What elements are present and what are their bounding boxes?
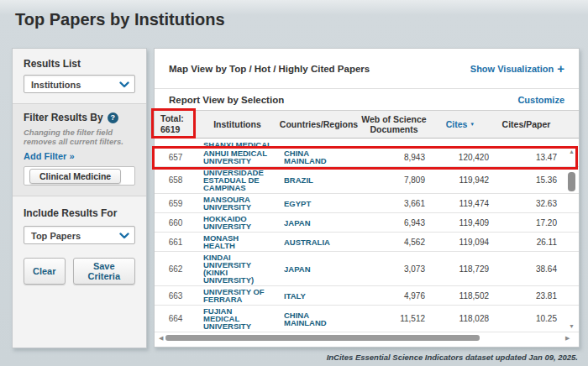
institution-link[interactable]: MONASH HEALTH [197, 234, 278, 249]
rank-cell: 661 [155, 238, 197, 247]
filter-field: Clinical Medicine [24, 166, 135, 186]
scroll-down-icon[interactable]: ▼ [569, 323, 575, 329]
include-results-select[interactable]: Top Papers [24, 226, 135, 244]
table-row: 660 HOKKAIDO UNIVERSITY JAPAN 6,943 119,… [155, 213, 579, 233]
institution-link[interactable]: MANSOURA UNIVERSITY [197, 196, 278, 211]
show-visualization-label: Show Visualization [470, 64, 554, 74]
horizontal-scrollbar-thumb[interactable] [165, 335, 480, 341]
institution-link[interactable]: HOKKAIDO UNIVERSITY [197, 215, 278, 230]
table-row: 664 FUJIAN MEDICAL UNIVERSITY CHINA MAIN… [155, 306, 579, 332]
include-results-value: Top Papers [31, 231, 81, 241]
country-cell: EGYPT [278, 200, 360, 207]
country-cell: JAPAN [278, 265, 360, 273]
table-header-row: Total: 6619 Institutions Countries/Regio… [155, 110, 579, 139]
documents-cell: 11,512 [360, 314, 428, 323]
rank-cell: 657 [155, 153, 197, 162]
institution-link[interactable]: KINDAI UNIVERSITY (KINKI UNIVERSITY) [197, 254, 278, 284]
country-cell: BRAZIL [278, 176, 360, 184]
cites-per-paper-cell: 13.47 [492, 153, 560, 162]
table-row: 662 KINDAI UNIVERSITY (KINKI UNIVERSITY)… [155, 252, 579, 286]
rank-cell: 658 [155, 175, 197, 185]
documents-cell: 6,943 [360, 218, 428, 227]
map-view-heading: Map View by Top / Hot / Highly Cited Pap… [169, 64, 370, 74]
cites-per-paper-cell: 10.25 [492, 314, 560, 323]
documents-cell: 3,073 [360, 264, 428, 274]
main-panel: Map View by Top / Hot / Highly Cited Pap… [154, 48, 580, 348]
vertical-scrollbar-thumb[interactable] [568, 172, 575, 191]
results-list-label: Results List [24, 58, 135, 70]
country-cell: AUSTRALIA [278, 238, 360, 246]
filter-section: Filter Results By ? Changing the filter … [13, 103, 146, 196]
cites-cell: 119,409 [428, 218, 492, 227]
help-icon[interactable]: ? [108, 112, 118, 123]
cites-cell: 119,474 [428, 199, 492, 208]
cites-cell: 118,502 [428, 291, 492, 301]
cites-per-paper-cell: 26.11 [492, 238, 560, 247]
results-list-select[interactable]: Institutions [24, 75, 135, 93]
cites-per-paper-cell: 15.36 [492, 175, 560, 185]
add-filter-link[interactable]: Add Filter » [24, 151, 75, 161]
rank-cell: 660 [155, 218, 197, 227]
sidebar: Results List Institutions Filter Results… [12, 48, 147, 348]
documents-cell: 4,562 [360, 238, 428, 247]
cites-cell: 120,420 [428, 153, 492, 162]
documents-cell: 3,661 [360, 199, 428, 208]
filter-note: Changing the filter field removes all cu… [24, 128, 135, 146]
horizontal-scrollbar: ◀ ▶ [155, 333, 579, 343]
cites-cell: 119,094 [428, 238, 492, 247]
column-header-countries[interactable]: Countries/Regions [278, 119, 360, 129]
sort-descending-icon: ▼ [470, 122, 475, 127]
plus-icon: + [557, 64, 564, 73]
institution-link[interactable]: SHANXI MEDICAL UNIVERSITY [197, 141, 278, 148]
country-cell: CHINA MAINLAND [278, 311, 360, 327]
column-header-cites[interactable]: Cites ▼ [428, 119, 492, 129]
rank-cell: 662 [155, 264, 197, 274]
table-body: SHANXI MEDICAL UNIVERSITY 657 ANHUI MEDI… [155, 139, 579, 332]
rank-cell: 663 [155, 291, 197, 301]
institution-link[interactable]: UNIVERSIDADE ESTADUAL DE CAMPINAS [197, 169, 278, 191]
institution-link[interactable]: ANHUI MEDICAL UNIVERSITY [197, 149, 278, 165]
documents-cell: 7,809 [360, 175, 428, 185]
show-visualization-link[interactable]: Show Visualization + [470, 64, 564, 74]
cites-per-paper-cell: 32.63 [492, 199, 560, 208]
cites-cell: 118,729 [428, 264, 492, 274]
country-cell: CHINA MAINLAND [278, 149, 360, 165]
country-cell: ITALY [278, 292, 360, 300]
scroll-left-icon[interactable]: ◀ [159, 335, 163, 342]
cites-label: Cites [446, 119, 468, 129]
rank-cell: 659 [155, 199, 197, 208]
scroll-right-icon[interactable]: ▶ [565, 335, 570, 342]
rank-cell: 664 [155, 314, 197, 323]
table-row: 661 MONASH HEALTH AUSTRALIA 4,562 119,09… [155, 233, 579, 252]
table-row: 663 UNIVERSITY OF FERRARA ITALY 4,976 11… [155, 286, 579, 306]
table-row: 657 ANHUI MEDICAL UNIVERSITY CHINA MAINL… [155, 148, 579, 167]
table-row: 659 MANSOURA UNIVERSITY EGYPT 3,661 119,… [155, 194, 579, 213]
scroll-up-icon[interactable]: ▲ [569, 149, 575, 154]
cites-per-paper-cell: 23.81 [492, 291, 560, 301]
page-title: Top Papers by Institutions [15, 10, 225, 29]
documents-cell: 8,943 [360, 153, 428, 162]
column-header-cites-per-paper[interactable]: Cites/Paper [492, 119, 560, 129]
results-list-value: Institutions [31, 80, 81, 90]
report-view-heading: Report View by Selection [169, 95, 284, 105]
table-row-partial: SHANXI MEDICAL UNIVERSITY [155, 139, 579, 148]
dataset-update-note: InCites Essential Science Indicators dat… [327, 353, 578, 362]
country-cell: JAPAN [278, 219, 360, 227]
cites-per-paper-cell: 38.64 [492, 264, 560, 274]
filter-results-by-label: Filter Results By [24, 112, 103, 123]
documents-cell: 4,976 [360, 291, 428, 301]
column-header-documents[interactable]: Web of Science Documents [360, 114, 428, 134]
save-criteria-button[interactable]: Save Criteria [73, 258, 135, 285]
total-label: Total: [160, 113, 197, 124]
column-header-institutions[interactable]: Institutions [197, 119, 278, 129]
institution-link[interactable]: FUJIAN MEDICAL UNIVERSITY [197, 307, 278, 330]
clear-button[interactable]: Clear [24, 258, 66, 285]
table-row: 658 UNIVERSIDADE ESTADUAL DE CAMPINAS BR… [155, 167, 579, 194]
customize-link[interactable]: Customize [517, 95, 564, 105]
institution-link[interactable]: UNIVERSITY OF FERRARA [197, 288, 278, 303]
filter-chip-clinical-medicine[interactable]: Clinical Medicine [29, 169, 121, 184]
cites-cell: 118,028 [428, 314, 492, 323]
cites-per-paper-cell: 17.20 [492, 218, 560, 227]
include-results-for-label: Include Results For [24, 207, 135, 219]
total-value: 6619 [160, 124, 197, 135]
